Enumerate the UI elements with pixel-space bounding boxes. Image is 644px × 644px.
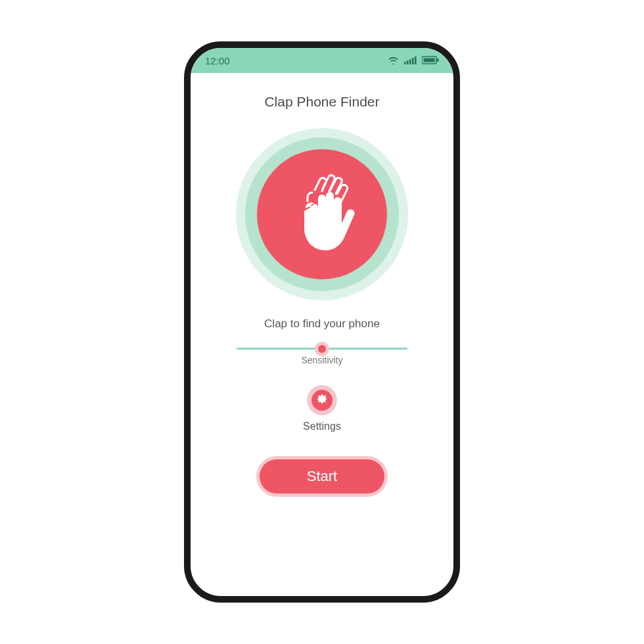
settings-button[interactable] <box>307 385 337 415</box>
clap-icon <box>279 170 365 258</box>
slider-thumb[interactable] <box>315 342 329 356</box>
start-button-wrap: Start <box>256 456 388 497</box>
svg-rect-4 <box>415 57 417 64</box>
settings-label: Settings <box>303 421 341 432</box>
page-title: Clap Phone Finder <box>264 94 379 110</box>
svg-rect-2 <box>409 59 411 64</box>
start-button[interactable]: Start <box>260 459 384 494</box>
status-time: 12:00 <box>205 55 230 66</box>
signal-icon <box>404 55 417 66</box>
status-bar: 12:00 <box>191 48 453 73</box>
svg-rect-7 <box>437 58 439 62</box>
battery-icon <box>422 55 439 66</box>
gear-icon <box>316 393 328 407</box>
status-icons <box>388 55 439 66</box>
phone-frame: 12:00 Clap Phone Finder <box>184 41 460 603</box>
svg-rect-1 <box>407 60 409 64</box>
wifi-icon <box>388 55 399 66</box>
sensitivity-slider[interactable] <box>237 348 407 350</box>
svg-rect-3 <box>412 58 414 64</box>
subtitle: Clap to find your phone <box>264 317 380 331</box>
app-content: Clap Phone Finder <box>191 73 453 596</box>
svg-rect-0 <box>404 62 406 64</box>
svg-rect-6 <box>424 58 435 62</box>
clap-graphic <box>236 128 408 300</box>
sensitivity-label: Sensitivity <box>301 355 342 365</box>
